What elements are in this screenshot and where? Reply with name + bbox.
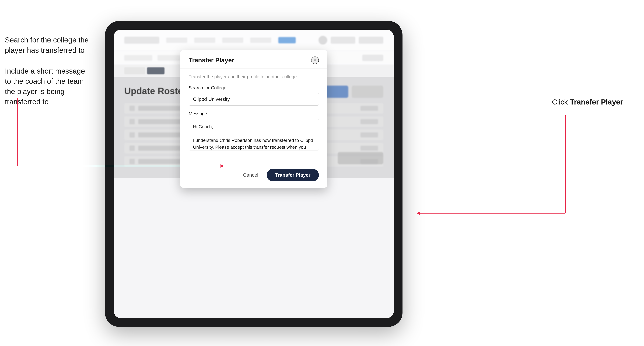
nav-item-active [278,37,296,43]
close-button[interactable]: × [311,56,319,64]
modal-footer: Cancel Transfer Player [180,164,327,188]
modal-title: Transfer Player [189,57,234,64]
cancel-label: Cancel [243,172,258,178]
cancel-button[interactable]: Cancel [239,170,262,181]
nav-btn [331,37,355,44]
svg-marker-5 [416,211,420,215]
nav-logo [124,37,159,44]
annotation-line4: to the coach of the team [5,77,84,85]
app-main: Update Roster [114,77,394,178]
nav-item-3 [222,37,243,43]
search-college-input[interactable] [189,93,319,106]
college-form-group: Search for College [189,85,319,106]
modal-body: Transfer the player and their profile to… [180,68,327,164]
nav-btn-2 [359,37,383,44]
nav-item-2 [194,37,215,43]
annotation-line5: the player is being [5,87,64,96]
transfer-player-button[interactable]: Transfer Player [267,169,319,181]
subnav-item-1 [124,55,152,61]
nav-avatar [318,36,327,44]
message-textarea[interactable]: Hi Coach, I understand Chris Robertson h… [189,119,319,151]
tablet-device: Update Roster [105,21,402,327]
nav-item-1 [166,37,187,43]
modal-subtitle: Transfer the player and their profile to… [189,74,319,79]
app-content: Update Roster [114,30,394,318]
nav-item-4 [250,37,271,43]
annotation-line2: player has transferred to [5,46,84,54]
annotation-left: Search for the college the player has tr… [5,35,96,107]
app-nav [114,30,394,51]
tab-1 [124,67,145,74]
annotation-line6: transferred to [5,98,49,106]
tab-active [147,67,164,74]
message-form-group: Message Hi Coach, I understand Chris Rob… [189,111,319,151]
annotation-line1: Search for the college the [5,36,89,44]
transfer-player-label: Transfer Player [275,172,310,178]
transfer-player-modal: Transfer Player × Transfer the player an… [180,50,327,188]
annotation-line3: Include a short message [5,67,85,75]
nav-right [318,36,383,44]
tablet-screen: Update Roster [114,30,394,318]
message-label: Message [189,111,319,117]
annotation-right-prefix: Click [552,98,570,106]
search-college-label: Search for College [189,85,319,91]
modal-overlay: Transfer Player × Transfer the player an… [114,77,394,178]
subnav-right [362,55,383,61]
close-icon: × [314,57,316,63]
annotation-right-bold: Transfer Player [570,98,623,106]
modal-header: Transfer Player × [180,50,327,68]
annotation-right: Click Transfer Player [552,98,623,106]
